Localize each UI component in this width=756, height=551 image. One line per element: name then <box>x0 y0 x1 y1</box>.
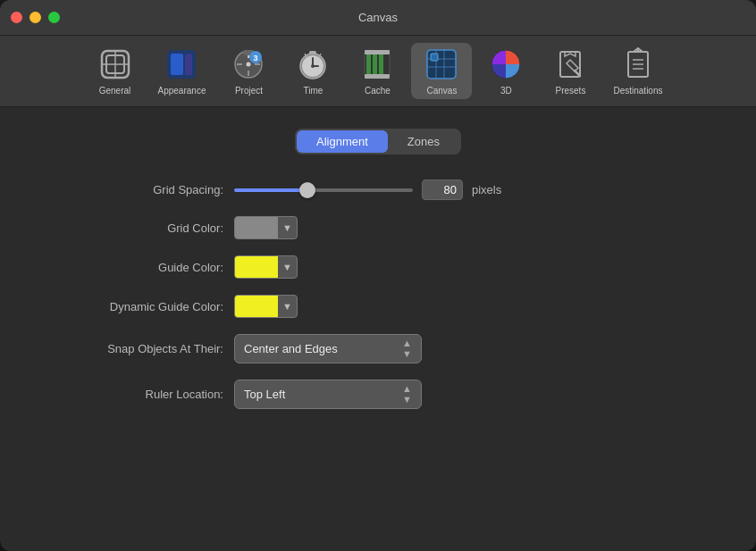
general-icon <box>97 46 133 82</box>
svg-point-8 <box>247 63 251 67</box>
guide-color-chevron: ▼ <box>278 262 297 272</box>
guide-color-swatch <box>235 256 278 278</box>
tab-alignment[interactable]: Alignment <box>297 130 388 153</box>
ruler-location-label: Ruler Location: <box>36 388 223 401</box>
dynamic-guide-color-chevron: ▼ <box>278 301 297 312</box>
dynamic-guide-color-swatch <box>235 296 278 317</box>
toolbar-item-general[interactable]: General <box>85 43 146 99</box>
toolbar-item-appearance[interactable]: Appearance <box>149 43 215 99</box>
main-window: Canvas General <box>0 0 756 551</box>
ruler-location-chevrons: ▲ ▼ <box>402 384 412 405</box>
svg-rect-21 <box>309 51 316 54</box>
svg-text:3: 3 <box>254 54 258 63</box>
canvas-icon <box>424 46 459 82</box>
dynamic-guide-color-picker[interactable]: ▼ <box>234 295 298 318</box>
content-area: Alignment Zones Grid Spacing: 80 pixels … <box>0 107 756 551</box>
maximize-button[interactable] <box>48 12 60 23</box>
presets-label: Presets <box>556 86 586 96</box>
grid-color-swatch <box>235 217 278 238</box>
grid-color-picker[interactable]: ▼ <box>234 216 298 239</box>
project-label: Project <box>235 86 263 96</box>
appearance-label: Appearance <box>158 86 206 96</box>
pixel-unit-label: pixels <box>472 183 501 196</box>
snap-objects-chevrons: ▲ ▼ <box>402 338 412 359</box>
grid-spacing-row: Grid Spacing: 80 pixels <box>36 179 720 200</box>
cache-icon <box>359 46 395 82</box>
cache-label: Cache <box>365 86 391 96</box>
toolbar-item-cache[interactable]: Cache <box>347 43 407 99</box>
guide-color-label: Guide Color: <box>36 261 223 274</box>
3d-icon <box>488 46 524 82</box>
canvas-label: Canvas <box>427 86 458 96</box>
time-label: Time <box>304 86 323 96</box>
svg-rect-6 <box>185 54 192 75</box>
window-title: Canvas <box>358 11 398 24</box>
project-icon: 3 <box>231 46 266 82</box>
toolbar-item-presets[interactable]: Presets <box>540 43 601 99</box>
ruler-location-row: Ruler Location: Top Left ▲ ▼ <box>36 380 720 409</box>
window-controls <box>11 12 60 23</box>
guide-color-row: Guide Color: ▼ <box>36 255 720 279</box>
minimize-button[interactable] <box>29 12 41 23</box>
time-icon <box>295 46 331 82</box>
appearance-icon <box>164 46 199 82</box>
toolbar-item-time[interactable]: Time <box>282 43 343 99</box>
svg-rect-28 <box>365 50 390 54</box>
svg-rect-26 <box>373 54 377 75</box>
tab-bar: Alignment Zones <box>36 129 720 154</box>
svg-rect-25 <box>366 54 371 75</box>
snap-objects-row: Snap Objects At Their: Center and Edges … <box>36 334 720 363</box>
svg-rect-35 <box>431 54 438 61</box>
svg-rect-27 <box>379 54 383 75</box>
svg-rect-29 <box>365 74 390 79</box>
snap-objects-select[interactable]: Center and Edges ▲ ▼ <box>234 334 422 363</box>
toolbar-item-destinations[interactable]: Destinations <box>604 43 671 99</box>
dynamic-guide-color-row: Dynamic Guide Color: ▼ <box>36 295 720 318</box>
snap-objects-label: Snap Objects At Their: <box>36 342 223 355</box>
toolbar-item-3d[interactable]: 3D <box>475 43 536 99</box>
destinations-icon <box>620 46 656 82</box>
svg-rect-5 <box>171 54 183 75</box>
grid-spacing-slider[interactable] <box>234 188 413 192</box>
titlebar: Canvas <box>0 0 756 36</box>
grid-color-label: Grid Color: <box>36 221 223 235</box>
3d-label: 3D <box>500 86 512 96</box>
destinations-label: Destinations <box>613 86 662 96</box>
form-section: Grid Spacing: 80 pixels Grid Color: ▼ Gu… <box>36 179 720 409</box>
grid-spacing-label: Grid Spacing: <box>36 183 223 196</box>
snap-objects-value: Center and Edges <box>244 342 338 355</box>
slider-container: 80 pixels <box>234 179 501 200</box>
grid-color-chevron: ▼ <box>278 222 297 233</box>
tab-zones[interactable]: Zones <box>388 130 459 153</box>
toolbar-item-canvas[interactable]: Canvas <box>411 43 472 99</box>
ruler-location-select[interactable]: Top Left ▲ ▼ <box>234 380 422 409</box>
close-button[interactable] <box>11 12 22 23</box>
general-label: General <box>99 86 131 96</box>
toolbar: General Appearance <box>0 36 756 107</box>
toolbar-item-project[interactable]: 3 Project <box>218 43 279 99</box>
dynamic-guide-color-label: Dynamic Guide Color: <box>36 300 223 313</box>
ruler-location-value: Top Left <box>244 388 285 401</box>
tab-group: Alignment Zones <box>295 129 461 154</box>
grid-spacing-input[interactable]: 80 <box>422 179 463 200</box>
grid-color-row: Grid Color: ▼ <box>36 216 720 239</box>
guide-color-picker[interactable]: ▼ <box>234 255 298 279</box>
presets-icon <box>552 46 588 82</box>
